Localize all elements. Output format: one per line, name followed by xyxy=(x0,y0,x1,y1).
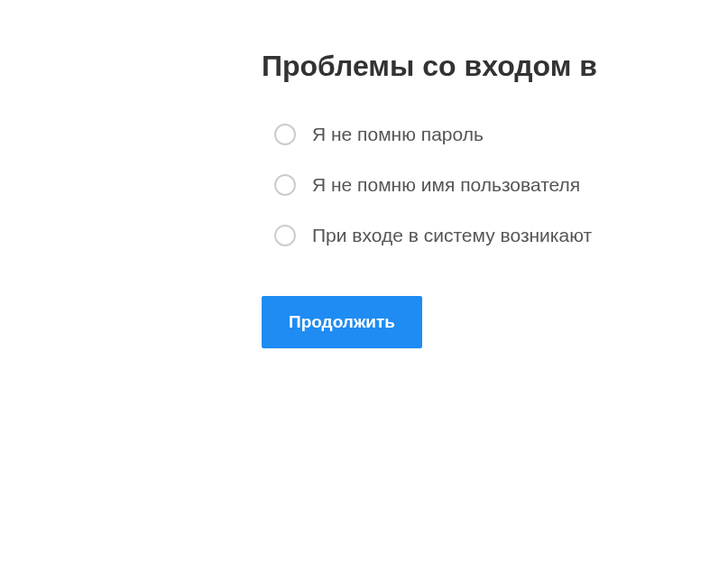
login-problems-form: Проблемы со входом в Я не помню пароль Я… xyxy=(0,0,728,348)
continue-button[interactable]: Продолжить xyxy=(262,296,422,348)
option-label: При входе в систему возникают xyxy=(312,225,592,246)
option-label: Я не помню имя пользователя xyxy=(312,174,580,196)
page-title: Проблемы со входом в xyxy=(262,50,728,83)
options-group: Я не помню пароль Я не помню имя пользов… xyxy=(262,124,728,246)
option-forgot-password[interactable]: Я не помню пароль xyxy=(274,124,728,145)
option-login-errors[interactable]: При входе в систему возникают xyxy=(274,225,728,246)
option-forgot-username[interactable]: Я не помню имя пользователя xyxy=(274,174,728,196)
button-wrap: Продолжить xyxy=(262,296,728,348)
radio-icon xyxy=(274,225,296,246)
radio-icon xyxy=(274,174,296,196)
radio-icon xyxy=(274,124,296,145)
option-label: Я не помню пароль xyxy=(312,124,484,145)
